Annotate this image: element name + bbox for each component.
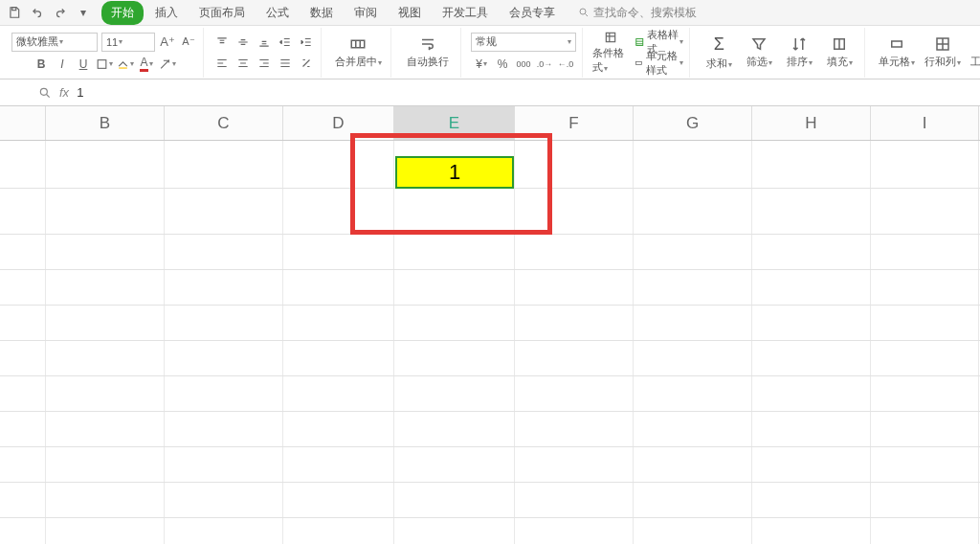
svg-rect-6 — [635, 38, 642, 45]
align-justify-icon[interactable] — [277, 55, 294, 72]
bold-button[interactable]: B — [33, 56, 50, 73]
tab-data[interactable]: 数据 — [301, 1, 343, 25]
sum-button[interactable]: Σ求和▾ — [700, 31, 738, 75]
command-search[interactable]: 查找命令、搜索模板 — [578, 5, 697, 21]
column-headers: B C D E F G H I — [0, 106, 980, 141]
italic-button[interactable]: I — [54, 56, 71, 73]
cells-group: 单元格▾ 行和列▾ 工作表▾ — [869, 28, 980, 78]
spreadsheet: B C D E F G H I 1 — [0, 106, 980, 544]
align-left-icon[interactable] — [213, 55, 231, 72]
percent-icon[interactable]: % — [494, 56, 511, 73]
merge-center-button[interactable]: 合并居中▾ — [331, 31, 385, 75]
svg-rect-4 — [351, 40, 365, 48]
formula-value[interactable]: 1 — [77, 85, 980, 100]
tab-start[interactable]: 开始 — [101, 1, 144, 25]
orientation-icon[interactable] — [298, 55, 315, 72]
svg-rect-3 — [119, 67, 127, 69]
conditional-format-button[interactable]: 条件格式▾ — [592, 31, 629, 75]
col-header[interactable]: F — [515, 106, 634, 140]
save-icon[interactable] — [6, 4, 23, 21]
decrease-font-icon[interactable]: A⁻ — [180, 34, 197, 51]
align-middle-icon[interactable] — [234, 34, 252, 51]
align-right-icon[interactable] — [256, 55, 273, 72]
increase-font-icon[interactable]: A⁺ — [159, 34, 176, 51]
col-header[interactable]: C — [165, 106, 283, 140]
svg-rect-2 — [98, 59, 106, 68]
fill-color-button[interactable]: ▾ — [117, 56, 134, 73]
grid[interactable] — [0, 141, 980, 544]
comma-icon[interactable]: 000 — [515, 56, 532, 73]
tab-devtools[interactable]: 开发工具 — [433, 1, 498, 25]
svg-rect-5 — [606, 33, 614, 41]
font-size-dropdown[interactable]: 11▾ — [101, 33, 155, 52]
align-group — [208, 28, 322, 78]
clear-format-button[interactable]: ▾ — [159, 56, 176, 73]
redo-icon[interactable] — [52, 4, 69, 21]
qat-overflow-icon[interactable]: ▾ — [75, 4, 92, 21]
tab-view[interactable]: 视图 — [389, 1, 431, 25]
search-icon — [578, 7, 590, 18]
search-placeholder: 查找命令、搜索模板 — [593, 5, 697, 21]
tabs: 开始 插入 页面布局 公式 数据 审阅 视图 开发工具 会员专享 — [101, 1, 565, 25]
col-header[interactable]: D — [283, 106, 394, 140]
font-group: 微软雅黑▾ 11▾ A⁺ A⁻ B I U ▾ ▾ A▾ ▾ — [6, 28, 204, 78]
col-header[interactable]: G — [634, 106, 752, 140]
styles-group: 条件格式▾ 表格样式▾ 单元格样式▾ — [587, 28, 690, 78]
fill-button[interactable]: 填充▾ — [820, 31, 858, 75]
col-header[interactable]: H — [752, 106, 871, 140]
sort-button[interactable]: 排序▾ — [780, 31, 818, 75]
border-button[interactable]: ▾ — [96, 56, 113, 73]
quick-access: ▾ — [6, 4, 92, 21]
increase-decimal-icon[interactable]: .0→ — [536, 56, 553, 73]
filter-button[interactable]: 筛选▾ — [740, 31, 778, 75]
font-name-dropdown[interactable]: 微软雅黑▾ — [11, 33, 98, 52]
indent-decrease-icon[interactable] — [277, 34, 294, 51]
tab-review[interactable]: 审阅 — [345, 1, 387, 25]
undo-icon[interactable] — [29, 4, 46, 21]
corner-cell[interactable] — [0, 106, 46, 140]
align-center-icon[interactable] — [234, 55, 252, 72]
ribbon: 微软雅黑▾ 11▾ A⁺ A⁻ B I U ▾ ▾ A▾ ▾ — [0, 26, 980, 79]
svg-point-12 — [40, 88, 47, 95]
wrap-text-button[interactable]: 自动换行 — [401, 31, 455, 75]
svg-rect-7 — [635, 61, 641, 64]
col-header-active[interactable]: E — [394, 106, 515, 140]
font-color-button[interactable]: A▾ — [138, 56, 155, 73]
number-format-dropdown[interactable]: 常规▾ — [471, 33, 576, 52]
underline-button[interactable]: U — [75, 56, 92, 73]
col-header[interactable]: B — [46, 106, 165, 140]
align-bottom-icon[interactable] — [256, 34, 273, 51]
currency-icon[interactable]: ¥▾ — [473, 56, 490, 73]
cell-style-button[interactable]: 单元格样式▾ — [635, 55, 684, 72]
active-cell-value: 1 — [449, 160, 460, 185]
cell-button[interactable]: 单元格▾ — [875, 31, 919, 75]
svg-rect-0 — [12, 8, 16, 11]
editing-group: Σ求和▾ 筛选▾ 排序▾ 填充▾ — [694, 28, 865, 78]
svg-point-1 — [580, 9, 586, 14]
zoom-icon[interactable] — [38, 86, 52, 100]
rowcol-button[interactable]: 行和列▾ — [921, 31, 965, 75]
tab-pagelayout[interactable]: 页面布局 — [189, 1, 255, 25]
col-header[interactable]: I — [871, 106, 979, 140]
worksheet-button[interactable]: 工作表▾ — [967, 31, 980, 75]
tab-insert[interactable]: 插入 — [145, 1, 188, 25]
indent-increase-icon[interactable] — [298, 34, 315, 51]
svg-rect-9 — [892, 41, 902, 47]
active-cell[interactable]: 1 — [395, 156, 514, 189]
align-top-icon[interactable] — [213, 34, 231, 51]
tab-formula[interactable]: 公式 — [256, 1, 299, 25]
formula-bar: fx 1 — [0, 79, 980, 106]
fx-label[interactable]: fx — [59, 85, 69, 100]
tab-member[interactable]: 会员专享 — [500, 1, 565, 25]
number-group: 常规▾ ¥▾ % 000 .0→ ←.0 — [465, 28, 583, 78]
wrap-group: 自动换行 — [395, 28, 461, 78]
decrease-decimal-icon[interactable]: ←.0 — [557, 56, 574, 73]
merge-group: 合并居中▾ — [325, 28, 391, 78]
menu-tabs-bar: ▾ 开始 插入 页面布局 公式 数据 审阅 视图 开发工具 会员专享 查找命令、… — [0, 0, 980, 26]
